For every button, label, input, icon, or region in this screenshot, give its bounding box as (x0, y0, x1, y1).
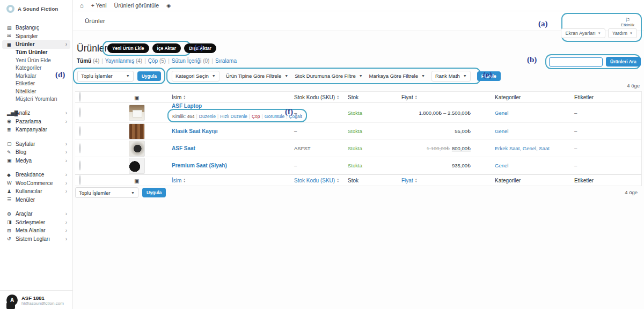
apply-button-bottom[interactable]: Uygula (142, 188, 166, 197)
help-button[interactable]: Yardım▼ (608, 28, 637, 38)
markaya-g-re-filtrele-select[interactable]: Markaya Göre Filtrele▼ (369, 73, 425, 79)
product-categories-link[interactable]: Genel (478, 128, 571, 134)
row-action-h-zl-d-zenle[interactable]: Hızlı Düzenle (220, 114, 247, 119)
kategori-se-in-select[interactable]: Kategori Seçin▼ (172, 71, 219, 82)
row-checkbox[interactable] (79, 107, 80, 117)
view-link-p[interactable]: Çöp (148, 58, 158, 64)
search-products-button[interactable]: Ürünleri Ara (606, 57, 641, 67)
sidebar-item-analiz[interactable]: ▂▅█Analiz› (0, 109, 72, 117)
sidebar-item-etiketler[interactable]: Etiketler (0, 80, 72, 88)
search-input[interactable] (549, 57, 603, 67)
i-e-aktar-button[interactable]: İçe Aktar (152, 43, 181, 53)
row-checkbox[interactable] (79, 160, 80, 171)
view-link-t-m[interactable]: Tümü (77, 58, 91, 64)
sidebar-item-blog[interactable]: ✎Blog› (0, 148, 72, 157)
row-action-p[interactable]: Çöp (252, 114, 260, 119)
stok-durumuna-g-re-filtre-select[interactable]: Stok Durumuna Göre Filtre▼ (295, 73, 362, 79)
sidebar-item-kampanyalar[interactable]: ≣Kampanyalar (0, 126, 72, 134)
product-thumbnail[interactable] (129, 158, 145, 174)
sidebar-item-label: Kampanyalar (16, 127, 67, 133)
view-products-link[interactable]: Ürünleri görüntüle (114, 2, 159, 9)
annotation-label-c: (c) (194, 43, 203, 52)
chevron-down-icon: ▼ (284, 74, 288, 78)
campaigns-icon: ≣ (7, 127, 16, 133)
table-row: Klasik Saat Kayışı–Stokta55,00₺Genel– (75, 123, 641, 140)
sidebar-item-medya[interactable]: ▣Medya› (0, 157, 72, 165)
row-checkbox[interactable] (79, 126, 80, 136)
sidebar-item-m-teri-yorumlar[interactable]: Müşteri Yorumları (0, 95, 72, 104)
sidebar-item-sistem-loglar[interactable]: ↺Sistem Logları› (0, 235, 72, 244)
view-link-s-tun-i-eri-i[interactable]: Sütun İçeriği (172, 58, 202, 64)
activity-button[interactable]: ⚐ Etkinlik (621, 17, 634, 27)
sidebar-item-s-zle-meler[interactable]: ◨Sözleşmeler› (0, 218, 72, 227)
sidebar-item-kullan-c-lar[interactable]: ♟Kullanıcılar› (0, 187, 72, 196)
column-header-stok-kodu-sku[interactable]: Stok Kodu (SKU)▲▼ (294, 178, 348, 183)
row-action-g-r-nt-le[interactable]: Görüntüle (265, 114, 284, 119)
product-categories-link[interactable]: Erkek Saat, Genel, Saat (478, 145, 571, 151)
column-header-fiyat[interactable]: Fiyat▲▼ (401, 178, 478, 183)
sidebar-item-ba-lang[interactable]: ▤Başlangıç (0, 24, 72, 32)
product-thumbnail[interactable] (129, 105, 145, 121)
sidebar-item-breakdance[interactable]: ◆Breakdance› (0, 171, 72, 179)
home-icon[interactable]: ⌂ (80, 2, 84, 9)
product-name-link[interactable]: Klasik Saat Kayışı (172, 128, 294, 134)
rank-math-select[interactable]: Rank Math▼ (431, 71, 471, 82)
site-logo[interactable]: A Sound Fiction (0, 0, 72, 18)
products-table: ▣İsim▲▼Stok Kodu (SKU)▲▼StokFiyat▲▼Kateg… (75, 91, 642, 186)
product-thumbnail[interactable] (129, 123, 145, 139)
r-n-tipine-g-re-filtrele-select[interactable]: Ürün Tipine Göre Filtrele▼ (226, 73, 288, 79)
bulk-actions-select-bottom[interactable]: Toplu İşlemler▼ (75, 187, 138, 198)
sidebar-item-sipari-ler[interactable]: ✉Siparişler (0, 32, 72, 41)
product-sku: ASFST (294, 145, 348, 151)
chevron-down-icon: ▼ (421, 74, 425, 78)
view-link-s-ralama[interactable]: Sıralama (215, 58, 237, 64)
sidebar-item-ara-lar[interactable]: ⚙Araçlar› (0, 210, 72, 218)
column-header-fiyat[interactable]: Fiyat▲▼ (401, 94, 478, 100)
sidebar-item-meta-alanlar[interactable]: ⊞Meta Alanlar› (0, 226, 72, 235)
sidebar-item-label: Sistem Logları (16, 236, 65, 242)
product-thumbnail[interactable] (129, 141, 145, 157)
bulk-actions-select[interactable]: Toplu İşlemler▼ (77, 71, 134, 82)
row-action-d-zenle[interactable]: Düzenle (199, 114, 216, 119)
sidebar-item-sayfalar[interactable]: ▢Sayfalar› (0, 140, 72, 149)
chevron-down-icon: ▼ (630, 32, 633, 35)
chevron-right-icon: › (65, 180, 67, 186)
sidebar-item-men-ler[interactable]: ☰Menüler (0, 196, 72, 204)
sort-icon: ▲▼ (336, 178, 339, 182)
sidebar-item-woocommerce[interactable]: WWooCommerce› (0, 179, 72, 188)
screen-options-button[interactable]: Ekran Ayarları▼ (561, 28, 605, 38)
select-all-checkbox[interactable] (79, 92, 80, 102)
sidebar-item-t-m-r-nler[interactable]: Tüm Ürünler (0, 49, 72, 57)
sidebar-item-yeni-r-n-ekle[interactable]: Yeni Ürün Ekle (0, 56, 72, 64)
product-name-link[interactable]: ASF Saat (172, 145, 294, 151)
column-header-i-sim[interactable]: İsim▲▼ (172, 178, 294, 183)
column-header-kategoriler: Kategoriler (478, 178, 571, 183)
product-stock-status: Stokta (348, 128, 401, 134)
product-categories-link[interactable]: Genel (478, 163, 571, 168)
contracts-icon: ◨ (7, 219, 16, 225)
new-menu[interactable]: + Yeni (91, 2, 107, 9)
sidebar-item-nitelikler[interactable]: Nitelikler (0, 87, 72, 95)
row-checkbox[interactable] (79, 143, 80, 153)
sidebar-user[interactable]: A ASF 1881 hi@asoundfiction.com (0, 290, 72, 306)
annotation-label-d: (d) (55, 70, 65, 79)
cut-off-element (6, 303, 15, 309)
sidebar-item-pazarlama[interactable]: ◉Pazarlama› (0, 117, 72, 126)
seo-icon[interactable]: ◈ (166, 2, 171, 9)
yeni-r-n-ekle-button[interactable]: Yeni Ürün Ekle (107, 43, 149, 53)
select-all-checkbox[interactable] (79, 175, 80, 185)
product-categories-link[interactable]: Genel (478, 110, 571, 116)
sidebar-item-r-nler[interactable]: ◼Ürünler› (2, 40, 70, 49)
view-link-yay-nlanm[interactable]: Yayınlanmış (105, 58, 134, 64)
column-header-i-sim[interactable]: İsim▲▼ (172, 94, 294, 100)
chevron-down-icon: ▼ (126, 74, 130, 78)
column-header-etiketler: Etiketler (571, 178, 641, 183)
product-tags: – (571, 110, 641, 116)
column-header-stok-kodu-sku[interactable]: Stok Kodu (SKU)▲▼ (294, 94, 348, 100)
annotation-box-b: Ürünleri Ara (545, 54, 641, 69)
sidebar-item-label: Yeni Ürün Ekle (16, 57, 67, 63)
product-name-link[interactable]: ASF Laptop (172, 103, 294, 109)
apply-button[interactable]: Uygula (137, 71, 161, 81)
sidebar-item-label: Başlangıç (16, 25, 67, 31)
product-name-link[interactable]: Premium Saat (Siyah) (172, 163, 294, 168)
